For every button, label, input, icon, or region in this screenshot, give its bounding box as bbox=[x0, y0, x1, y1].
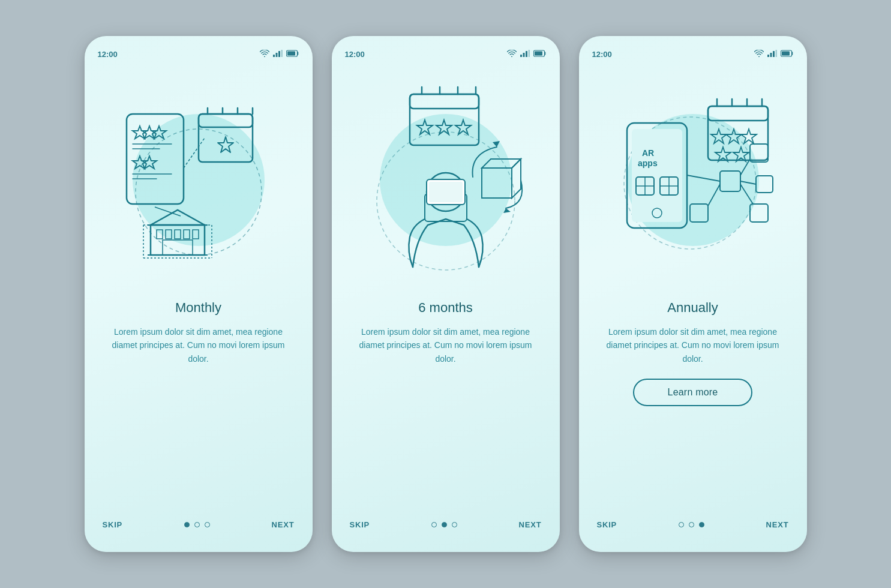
svg-illustration-3: AR apps bbox=[603, 87, 783, 273]
svg-illustration-1 bbox=[109, 90, 289, 270]
battery-icon-2 bbox=[533, 50, 547, 59]
dot-2-3 bbox=[452, 522, 457, 527]
next-btn-3[interactable]: NEXT bbox=[766, 520, 789, 529]
illustration-3: AR apps bbox=[579, 66, 807, 294]
next-btn-2[interactable]: NEXT bbox=[519, 520, 542, 529]
svg-rect-94 bbox=[720, 171, 740, 191]
svg-marker-33 bbox=[151, 210, 205, 225]
dots-2 bbox=[431, 522, 457, 527]
svg-rect-2 bbox=[278, 51, 280, 57]
svg-rect-1 bbox=[275, 53, 277, 57]
svg-rect-41 bbox=[523, 53, 524, 57]
bottom-nav-3: SKIP NEXT bbox=[579, 511, 807, 538]
svg-marker-81 bbox=[715, 147, 731, 161]
svg-line-24 bbox=[184, 138, 205, 168]
screen-desc-1: Lorem ipsum dolor sit dim amet, mea regi… bbox=[104, 325, 293, 365]
svg-rect-59 bbox=[429, 182, 463, 202]
wifi-icon-3 bbox=[754, 50, 764, 59]
svg-marker-54 bbox=[455, 120, 471, 134]
time-1: 12:00 bbox=[98, 50, 118, 59]
svg-marker-63 bbox=[493, 141, 500, 147]
content-2: 6 months Lorem ipsum dolor sit dim amet,… bbox=[332, 294, 560, 511]
svg-marker-78 bbox=[711, 129, 727, 143]
svg-marker-52 bbox=[417, 120, 433, 134]
battery-icon-3 bbox=[781, 50, 794, 59]
wifi-icon-2 bbox=[507, 50, 517, 59]
phone-2: 12:00 bbox=[332, 36, 560, 552]
svg-marker-80 bbox=[741, 129, 757, 143]
svg-line-102 bbox=[740, 181, 756, 184]
signal-icon-3 bbox=[767, 50, 777, 59]
dot-2-2 bbox=[442, 522, 447, 527]
dot-3-2 bbox=[689, 522, 694, 527]
svg-marker-64 bbox=[503, 208, 511, 213]
skip-btn-3[interactable]: SKIP bbox=[597, 520, 617, 529]
status-icons-2 bbox=[507, 50, 547, 59]
skip-btn-2[interactable]: SKIP bbox=[350, 520, 370, 529]
svg-marker-79 bbox=[726, 129, 742, 143]
svg-rect-45 bbox=[535, 51, 542, 55]
svg-marker-12 bbox=[218, 137, 233, 152]
screen-title-2: 6 months bbox=[418, 300, 473, 316]
svg-rect-32 bbox=[163, 240, 193, 255]
signal-icon-1 bbox=[273, 50, 283, 59]
status-icons-1 bbox=[260, 50, 299, 59]
svg-rect-66 bbox=[770, 53, 772, 57]
svg-rect-13 bbox=[127, 114, 184, 204]
svg-illustration-2 bbox=[356, 81, 536, 279]
svg-rect-40 bbox=[520, 55, 522, 57]
svg-rect-7 bbox=[199, 114, 253, 127]
dot-2-1 bbox=[431, 522, 437, 527]
svg-rect-43 bbox=[528, 50, 530, 57]
dot-1-3 bbox=[205, 522, 210, 527]
svg-rect-67 bbox=[773, 51, 775, 57]
svg-text:apps: apps bbox=[638, 158, 658, 168]
phone-1: 12:00 bbox=[85, 36, 313, 552]
svg-rect-68 bbox=[775, 50, 777, 57]
time-3: 12:00 bbox=[592, 50, 612, 59]
time-2: 12:00 bbox=[345, 50, 365, 59]
illustration-2 bbox=[332, 66, 560, 294]
svg-rect-73 bbox=[708, 106, 768, 121]
bottom-nav-1: SKIP NEXT bbox=[85, 511, 313, 538]
svg-rect-0 bbox=[273, 55, 275, 57]
svg-marker-62 bbox=[512, 159, 521, 198]
svg-rect-28 bbox=[166, 230, 172, 239]
content-3: Annually Lorem ipsum dolor sit dim amet,… bbox=[579, 294, 807, 511]
svg-rect-27 bbox=[157, 230, 163, 239]
dot-1-2 bbox=[194, 522, 200, 527]
svg-rect-29 bbox=[175, 230, 181, 239]
svg-rect-70 bbox=[782, 51, 790, 55]
skip-btn-1[interactable]: SKIP bbox=[103, 520, 123, 529]
svg-line-100 bbox=[740, 184, 753, 204]
status-bar-3: 12:00 bbox=[579, 47, 807, 61]
svg-rect-97 bbox=[690, 204, 708, 222]
svg-rect-30 bbox=[184, 230, 190, 239]
dots-3 bbox=[679, 522, 704, 527]
svg-rect-60 bbox=[482, 168, 512, 198]
next-btn-1[interactable]: NEXT bbox=[272, 520, 295, 529]
illustration-1 bbox=[85, 66, 313, 294]
dot-1-1 bbox=[184, 522, 190, 527]
status-bar-2: 12:00 bbox=[332, 47, 560, 61]
content-1: Monthly Lorem ipsum dolor sit dim amet, … bbox=[85, 294, 313, 511]
svg-rect-65 bbox=[767, 55, 769, 57]
phones-container: 12:00 bbox=[85, 36, 807, 552]
svg-rect-101 bbox=[756, 176, 773, 193]
signal-icon-2 bbox=[520, 50, 530, 59]
screen-desc-3: Lorem ipsum dolor sit dim amet, mea regi… bbox=[598, 325, 788, 365]
screen-title-1: Monthly bbox=[175, 300, 221, 316]
battery-icon-1 bbox=[286, 50, 299, 59]
svg-rect-31 bbox=[193, 230, 199, 239]
svg-rect-42 bbox=[526, 51, 527, 57]
svg-rect-47 bbox=[410, 94, 479, 109]
bottom-nav-2: SKIP NEXT bbox=[332, 511, 560, 538]
svg-rect-3 bbox=[281, 50, 283, 57]
svg-rect-99 bbox=[750, 204, 768, 222]
dot-3-3 bbox=[699, 522, 704, 527]
svg-line-103 bbox=[687, 175, 720, 181]
learn-more-button[interactable]: Learn more bbox=[633, 379, 753, 406]
wifi-icon-1 bbox=[260, 50, 269, 59]
svg-text:AR: AR bbox=[642, 148, 654, 158]
svg-rect-5 bbox=[287, 51, 295, 55]
